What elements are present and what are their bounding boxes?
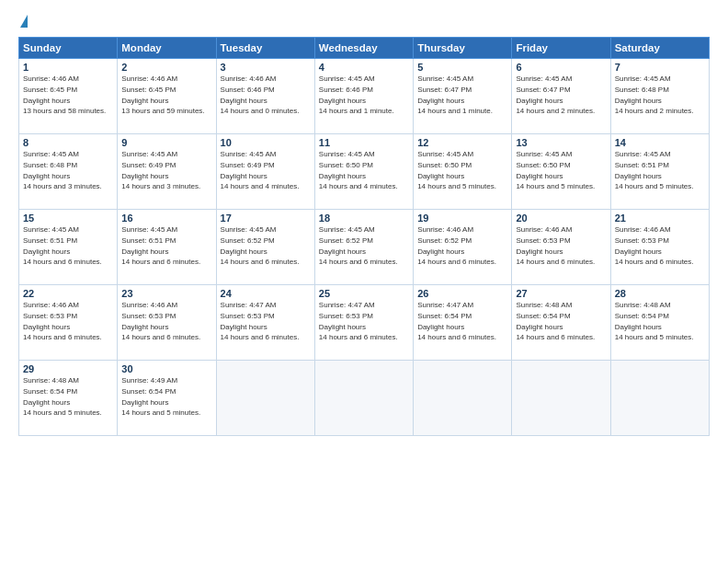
- weekday-header: Wednesday: [314, 38, 413, 59]
- day-detail: Sunrise: 4:45 AMSunset: 6:51 PMDaylight …: [615, 150, 694, 190]
- logo: [18, 15, 28, 28]
- day-number: 7: [615, 62, 705, 73]
- calendar-cell: 2Sunrise: 4:46 AMSunset: 6:45 PMDaylight…: [118, 59, 216, 134]
- calendar-cell: 7Sunrise: 4:45 AMSunset: 6:48 PMDaylight…: [610, 59, 709, 134]
- day-number: 3: [221, 62, 311, 73]
- day-number: 5: [417, 62, 507, 73]
- calendar-cell: 1Sunrise: 4:46 AMSunset: 6:45 PMDaylight…: [19, 59, 118, 134]
- calendar-cell: 18Sunrise: 4:45 AMSunset: 6:52 PMDayligh…: [314, 210, 413, 285]
- calendar-cell: 3Sunrise: 4:46 AMSunset: 6:46 PMDaylight…: [216, 59, 314, 134]
- day-detail: Sunrise: 4:47 AMSunset: 6:53 PMDaylight …: [319, 301, 398, 341]
- calendar-cell: 22Sunrise: 4:46 AMSunset: 6:53 PMDayligh…: [19, 285, 118, 361]
- day-number: 27: [516, 288, 606, 299]
- day-number: 15: [23, 213, 113, 224]
- weekday-header: Friday: [512, 38, 610, 59]
- calendar-cell: 20Sunrise: 4:46 AMSunset: 6:53 PMDayligh…: [512, 210, 610, 285]
- day-number: 2: [121, 62, 211, 73]
- day-number: 10: [221, 137, 311, 148]
- day-number: 9: [121, 137, 211, 148]
- day-detail: Sunrise: 4:45 AMSunset: 6:48 PMDaylight …: [23, 150, 102, 190]
- calendar-cell: [314, 361, 413, 436]
- day-number: 20: [516, 213, 606, 224]
- calendar-cell: 19Sunrise: 4:46 AMSunset: 6:52 PMDayligh…: [414, 210, 512, 285]
- calendar-cell: 16Sunrise: 4:45 AMSunset: 6:51 PMDayligh…: [118, 210, 216, 285]
- header: [18, 15, 710, 28]
- calendar-cell: [414, 361, 512, 436]
- day-detail: Sunrise: 4:45 AMSunset: 6:50 PMDaylight …: [417, 150, 496, 190]
- day-number: 14: [615, 137, 705, 148]
- day-number: 11: [319, 137, 409, 148]
- calendar-week-row: 22Sunrise: 4:46 AMSunset: 6:53 PMDayligh…: [19, 285, 710, 361]
- calendar-cell: 9Sunrise: 4:45 AMSunset: 6:49 PMDaylight…: [118, 134, 216, 210]
- calendar-cell: 24Sunrise: 4:47 AMSunset: 6:53 PMDayligh…: [216, 285, 314, 361]
- calendar-cell: 8Sunrise: 4:45 AMSunset: 6:48 PMDaylight…: [19, 134, 118, 210]
- day-detail: Sunrise: 4:46 AMSunset: 6:52 PMDaylight …: [417, 225, 496, 266]
- calendar-cell: 11Sunrise: 4:45 AMSunset: 6:50 PMDayligh…: [314, 134, 413, 210]
- calendar-cell: 6Sunrise: 4:45 AMSunset: 6:47 PMDaylight…: [512, 59, 610, 134]
- day-detail: Sunrise: 4:45 AMSunset: 6:50 PMDaylight …: [516, 150, 595, 190]
- day-detail: Sunrise: 4:48 AMSunset: 6:54 PMDaylight …: [23, 376, 102, 417]
- logo-triangle-icon: [20, 15, 28, 28]
- calendar-cell: 25Sunrise: 4:47 AMSunset: 6:53 PMDayligh…: [314, 285, 413, 361]
- calendar-cell: 13Sunrise: 4:45 AMSunset: 6:50 PMDayligh…: [512, 134, 610, 210]
- day-number: 17: [221, 213, 311, 224]
- calendar-cell: 12Sunrise: 4:45 AMSunset: 6:50 PMDayligh…: [414, 134, 512, 210]
- day-detail: Sunrise: 4:45 AMSunset: 6:48 PMDaylight …: [615, 75, 694, 115]
- weekday-header: Saturday: [610, 38, 709, 59]
- day-detail: Sunrise: 4:45 AMSunset: 6:47 PMDaylight …: [516, 75, 595, 115]
- day-number: 24: [221, 288, 311, 299]
- day-number: 1: [23, 62, 113, 73]
- weekday-header: Thursday: [414, 38, 512, 59]
- day-number: 26: [417, 288, 507, 299]
- day-detail: Sunrise: 4:48 AMSunset: 6:54 PMDaylight …: [516, 301, 595, 341]
- weekday-header: Tuesday: [216, 38, 314, 59]
- day-number: 18: [319, 213, 409, 224]
- day-number: 8: [23, 137, 113, 148]
- day-number: 29: [23, 363, 113, 374]
- calendar-week-row: 8Sunrise: 4:45 AMSunset: 6:48 PMDaylight…: [19, 134, 710, 210]
- calendar-cell: 29Sunrise: 4:48 AMSunset: 6:54 PMDayligh…: [19, 361, 118, 436]
- calendar-cell: 17Sunrise: 4:45 AMSunset: 6:52 PMDayligh…: [216, 210, 314, 285]
- day-number: 22: [23, 288, 113, 299]
- day-detail: Sunrise: 4:47 AMSunset: 6:54 PMDaylight …: [417, 301, 496, 341]
- page: SundayMondayTuesdayWednesdayThursdayFrid…: [0, 0, 728, 563]
- calendar-week-row: 1Sunrise: 4:46 AMSunset: 6:45 PMDaylight…: [19, 59, 710, 134]
- calendar-cell: 14Sunrise: 4:45 AMSunset: 6:51 PMDayligh…: [610, 134, 709, 210]
- day-number: 16: [121, 213, 211, 224]
- day-number: 28: [615, 288, 705, 299]
- day-detail: Sunrise: 4:45 AMSunset: 6:47 PMDaylight …: [417, 75, 493, 115]
- calendar-cell: 23Sunrise: 4:46 AMSunset: 6:53 PMDayligh…: [118, 285, 216, 361]
- day-number: 21: [615, 213, 705, 224]
- calendar-cell: 15Sunrise: 4:45 AMSunset: 6:51 PMDayligh…: [19, 210, 118, 285]
- day-detail: Sunrise: 4:46 AMSunset: 6:46 PMDaylight …: [221, 75, 300, 115]
- calendar-week-row: 29Sunrise: 4:48 AMSunset: 6:54 PMDayligh…: [19, 361, 710, 436]
- day-detail: Sunrise: 4:49 AMSunset: 6:54 PMDaylight …: [121, 376, 200, 417]
- day-number: 23: [121, 288, 211, 299]
- calendar-cell: 26Sunrise: 4:47 AMSunset: 6:54 PMDayligh…: [414, 285, 512, 361]
- day-detail: Sunrise: 4:46 AMSunset: 6:45 PMDaylight …: [23, 75, 106, 115]
- calendar-cell: [216, 361, 314, 436]
- day-detail: Sunrise: 4:47 AMSunset: 6:53 PMDaylight …: [221, 301, 300, 341]
- day-detail: Sunrise: 4:45 AMSunset: 6:46 PMDaylight …: [319, 75, 394, 115]
- calendar-cell: 27Sunrise: 4:48 AMSunset: 6:54 PMDayligh…: [512, 285, 610, 361]
- day-detail: Sunrise: 4:48 AMSunset: 6:54 PMDaylight …: [615, 301, 694, 341]
- calendar-cell: [512, 361, 610, 436]
- calendar-cell: [610, 361, 709, 436]
- calendar-table: SundayMondayTuesdayWednesdayThursdayFrid…: [18, 37, 710, 436]
- day-detail: Sunrise: 4:45 AMSunset: 6:49 PMDaylight …: [221, 150, 300, 190]
- calendar-cell: 28Sunrise: 4:48 AMSunset: 6:54 PMDayligh…: [610, 285, 709, 361]
- day-detail: Sunrise: 4:45 AMSunset: 6:52 PMDaylight …: [221, 225, 300, 266]
- day-detail: Sunrise: 4:46 AMSunset: 6:45 PMDaylight …: [121, 75, 204, 115]
- day-number: 13: [516, 137, 606, 148]
- day-detail: Sunrise: 4:46 AMSunset: 6:53 PMDaylight …: [615, 225, 694, 266]
- weekday-header: Sunday: [19, 38, 118, 59]
- day-number: 30: [121, 363, 211, 374]
- day-detail: Sunrise: 4:45 AMSunset: 6:51 PMDaylight …: [121, 225, 200, 266]
- day-number: 25: [319, 288, 409, 299]
- calendar-cell: 10Sunrise: 4:45 AMSunset: 6:49 PMDayligh…: [216, 134, 314, 210]
- calendar-cell: 4Sunrise: 4:45 AMSunset: 6:46 PMDaylight…: [314, 59, 413, 134]
- day-number: 12: [417, 137, 507, 148]
- day-detail: Sunrise: 4:46 AMSunset: 6:53 PMDaylight …: [516, 225, 595, 266]
- day-detail: Sunrise: 4:45 AMSunset: 6:52 PMDaylight …: [319, 225, 398, 266]
- calendar-week-row: 15Sunrise: 4:45 AMSunset: 6:51 PMDayligh…: [19, 210, 710, 285]
